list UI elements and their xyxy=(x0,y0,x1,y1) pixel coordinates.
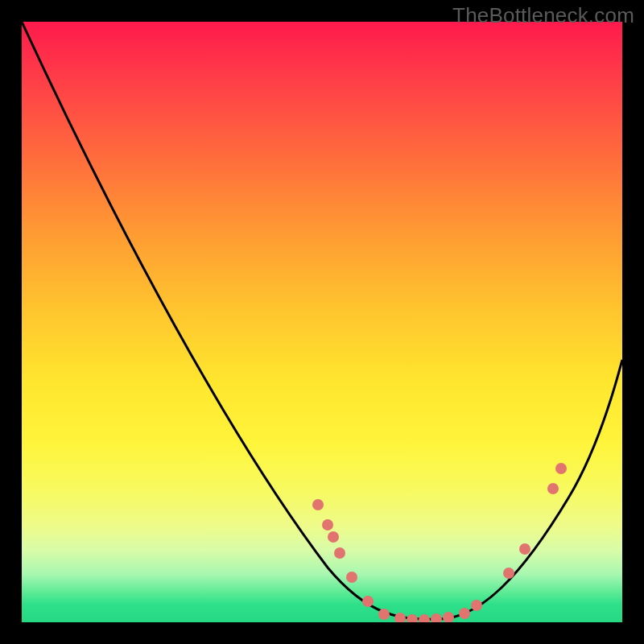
data-point-marker xyxy=(334,547,345,559)
bottleneck-curve xyxy=(22,22,622,619)
chart-plot-area xyxy=(22,22,622,622)
data-point-marker xyxy=(312,499,324,510)
chart-svg xyxy=(22,22,622,622)
data-point-marker xyxy=(346,572,357,583)
data-point-marker xyxy=(547,483,559,494)
data-point-marker xyxy=(519,543,530,555)
data-point-marker xyxy=(419,614,430,622)
data-point-marker xyxy=(471,600,482,611)
data-point-marker xyxy=(407,614,418,622)
data-point-marker xyxy=(503,568,514,579)
data-point-marker xyxy=(378,609,390,620)
data-point-marker xyxy=(322,519,333,530)
marker-group xyxy=(312,463,567,622)
data-point-marker xyxy=(431,613,442,622)
data-point-marker xyxy=(394,613,406,622)
data-point-marker xyxy=(555,463,567,474)
data-point-marker xyxy=(443,612,454,622)
data-point-marker xyxy=(328,531,339,543)
data-point-marker xyxy=(459,608,470,619)
data-point-marker xyxy=(362,596,374,607)
watermark-text: TheBottleneck.com xyxy=(452,3,634,28)
